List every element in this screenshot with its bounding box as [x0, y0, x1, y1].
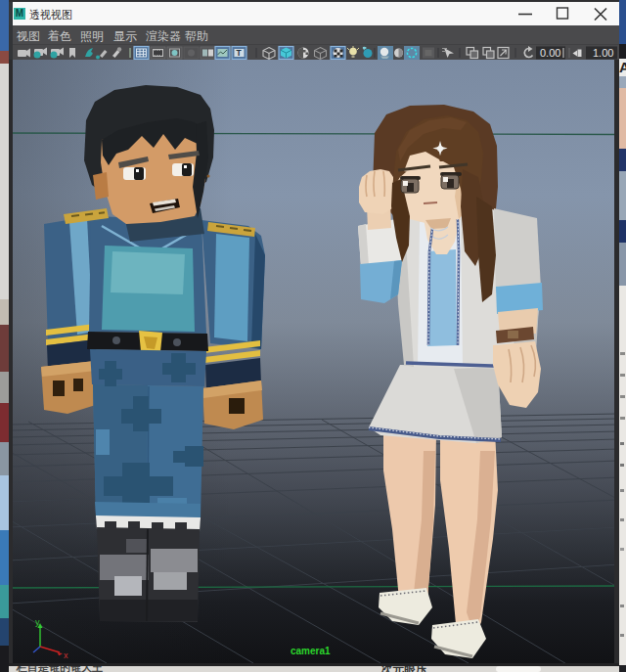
svg-text:0.00: 0.00: [540, 47, 560, 59]
svg-text:x: x: [64, 650, 68, 660]
svg-text:y: y: [35, 617, 40, 627]
svg-text:T: T: [237, 48, 243, 58]
svg-text:camera1: camera1: [291, 646, 331, 656]
svg-text:1.00: 1.00: [593, 47, 613, 59]
